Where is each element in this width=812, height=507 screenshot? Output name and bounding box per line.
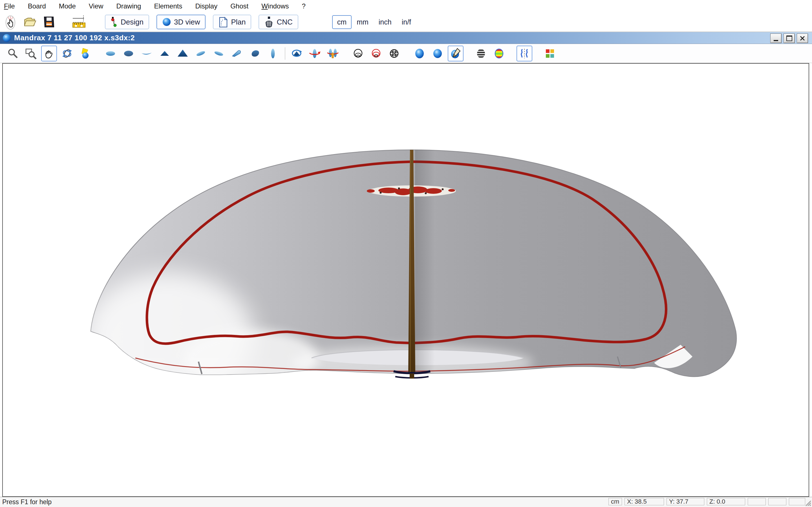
view-quarter-left-icon[interactable] bbox=[229, 46, 245, 61]
zoom-icon[interactable] bbox=[5, 46, 21, 61]
units-group: cm mm inch in/f bbox=[332, 15, 416, 29]
cnc-mode-label: CNC bbox=[276, 18, 292, 26]
design-mode-label: Design bbox=[121, 18, 144, 26]
viewport-3d[interactable] bbox=[2, 63, 809, 497]
close-button[interactable] bbox=[797, 34, 808, 43]
status-empty-3 bbox=[789, 498, 805, 505]
view-back-icon[interactable] bbox=[175, 46, 191, 61]
view-toolbar bbox=[0, 44, 812, 63]
main-toolbar: Design 3D view Plan CNC cm mm inch in/f bbox=[0, 12, 812, 32]
cnc-mill-icon bbox=[264, 16, 274, 28]
maximize-icon bbox=[786, 36, 792, 41]
pointer-hand-icon[interactable] bbox=[2, 14, 19, 30]
unit-mm[interactable]: mm bbox=[352, 15, 373, 29]
menu-file[interactable]: File bbox=[4, 2, 15, 10]
render-zebra-icon[interactable] bbox=[473, 46, 489, 61]
unit-inf[interactable]: in/f bbox=[397, 15, 416, 29]
menu-windows[interactable]: Windows bbox=[261, 2, 289, 10]
document-title: Mandrax 7 11 27 100 192 x.s3dx:2 bbox=[14, 34, 135, 42]
ruler-icon[interactable] bbox=[70, 14, 88, 30]
colors-icon[interactable] bbox=[542, 46, 558, 61]
minimize-icon bbox=[774, 40, 778, 41]
render-solid-icon[interactable] bbox=[412, 46, 427, 61]
view-persp-left-icon[interactable] bbox=[193, 46, 209, 61]
render-curvature-icon[interactable] bbox=[491, 46, 507, 61]
menu-view[interactable]: View bbox=[89, 2, 103, 10]
design-nodes-icon bbox=[110, 16, 118, 27]
menu-display[interactable]: Display bbox=[195, 2, 217, 10]
render-smooth-icon[interactable] bbox=[430, 46, 446, 61]
plan-document-icon bbox=[218, 16, 228, 27]
status-empty-2 bbox=[768, 498, 786, 505]
menu-drawing[interactable]: Drawing bbox=[116, 2, 141, 10]
status-x: X: 38.5 bbox=[624, 498, 664, 505]
light-icon[interactable] bbox=[77, 46, 93, 61]
menu-board[interactable]: Board bbox=[28, 2, 46, 10]
view-bottom-icon[interactable] bbox=[121, 46, 137, 61]
minimize-button[interactable] bbox=[770, 34, 781, 43]
zoom-window-icon[interactable] bbox=[23, 46, 39, 61]
maximize-button[interactable] bbox=[783, 34, 795, 43]
status-unit: cm bbox=[608, 498, 622, 505]
status-z: Z: 0.0 bbox=[707, 498, 745, 505]
document-titlebar[interactable]: Mandrax 7 11 27 100 192 x.s3dx:2 bbox=[0, 32, 812, 44]
cnc-mode-button[interactable]: CNC bbox=[259, 15, 298, 29]
flip-view-icon[interactable] bbox=[325, 46, 341, 61]
view-outline-icon[interactable] bbox=[265, 46, 281, 61]
render-wireframe-icon[interactable] bbox=[350, 46, 366, 61]
surfboard-3d-render bbox=[3, 64, 809, 496]
menu-elements[interactable]: Elements bbox=[154, 2, 182, 10]
threed-view-mode-label: 3D view bbox=[174, 18, 200, 26]
document-sphere-icon bbox=[2, 34, 11, 43]
view-persp-right-icon[interactable] bbox=[211, 46, 227, 61]
open-folder-icon[interactable] bbox=[21, 14, 38, 30]
status-help-text: Press F1 for help bbox=[2, 498, 52, 506]
toolbar-separator bbox=[285, 47, 285, 60]
menu-ghost[interactable]: Ghost bbox=[231, 2, 248, 10]
spin-view-icon[interactable] bbox=[289, 46, 305, 61]
design-mode-button[interactable]: Design bbox=[105, 15, 149, 29]
save-icon[interactable] bbox=[40, 14, 57, 30]
symmetry-icon[interactable] bbox=[516, 46, 532, 61]
menu-help[interactable]: ? bbox=[302, 2, 306, 10]
view-side-icon[interactable] bbox=[139, 46, 154, 61]
view-quarter-right-icon[interactable] bbox=[247, 46, 263, 61]
status-bar: Press F1 for help cm X: 38.5 Y: 37.7 Z: … bbox=[0, 497, 812, 507]
orbit-icon[interactable] bbox=[59, 46, 75, 61]
render-mesh-icon[interactable] bbox=[386, 46, 402, 61]
sphere-icon bbox=[162, 17, 171, 26]
pan-icon[interactable] bbox=[41, 46, 57, 61]
plan-mode-label: Plan bbox=[231, 18, 246, 26]
plan-mode-button[interactable]: Plan bbox=[213, 15, 251, 29]
status-y: Y: 37.7 bbox=[666, 498, 704, 505]
rotate-view-icon[interactable] bbox=[307, 46, 322, 61]
view-front-icon[interactable] bbox=[157, 46, 172, 61]
status-empty-1 bbox=[748, 498, 766, 505]
render-paint-icon[interactable] bbox=[448, 46, 463, 61]
view-top-icon[interactable] bbox=[103, 46, 118, 61]
render-wireframe-red-icon[interactable] bbox=[368, 46, 384, 61]
close-icon bbox=[800, 36, 805, 41]
threed-view-mode-button[interactable]: 3D view bbox=[156, 15, 206, 29]
menu-bar: File Board Mode View Drawing Elements Di… bbox=[0, 0, 812, 12]
unit-cm[interactable]: cm bbox=[332, 15, 352, 29]
resize-grip[interactable] bbox=[804, 499, 811, 506]
unit-inch[interactable]: inch bbox=[373, 15, 397, 29]
menu-mode[interactable]: Mode bbox=[59, 2, 76, 10]
